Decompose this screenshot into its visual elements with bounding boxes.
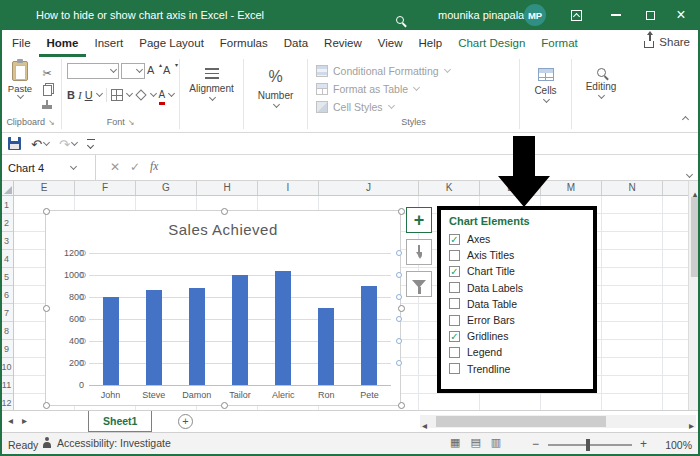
- tab-page-layout[interactable]: Page Layout: [131, 30, 212, 57]
- chart-element-axis-titles[interactable]: Axis Titles: [449, 247, 585, 263]
- vertical-scrollbar-thumb[interactable]: [691, 197, 699, 277]
- close-button[interactable]: [666, 0, 696, 30]
- select-all-button[interactable]: [0, 181, 14, 196]
- checkbox-axis-titles[interactable]: [449, 250, 460, 261]
- tab-data[interactable]: Data: [276, 30, 316, 57]
- insert-function-button[interactable]: fx: [150, 160, 158, 172]
- column-header-i[interactable]: I: [258, 181, 319, 195]
- horizontal-scrollbar-thumb[interactable]: [436, 416, 606, 427]
- redo-button[interactable]: [59, 135, 77, 153]
- row-header-7[interactable]: 7: [0, 304, 13, 322]
- cut-button[interactable]: [42, 63, 51, 81]
- bar-damon[interactable]: [189, 288, 205, 385]
- name-box[interactable]: Chart 4: [0, 155, 96, 180]
- bar-john[interactable]: [103, 297, 119, 385]
- zoom-in-button[interactable]: [640, 437, 647, 451]
- bar-aleric[interactable]: [275, 271, 291, 385]
- accessibility-status-button[interactable]: Accessibility: Investigate: [42, 437, 171, 449]
- chart-selection-handle[interactable]: [43, 305, 50, 312]
- chart-selection-handle[interactable]: [221, 402, 228, 409]
- checkbox-gridlines[interactable]: ✓: [449, 331, 460, 342]
- customize-quick-access-button[interactable]: [87, 139, 95, 148]
- column-header-f[interactable]: F: [75, 181, 136, 195]
- tab-file[interactable]: File: [4, 30, 39, 57]
- chart-element-gridlines[interactable]: ✓Gridlines: [449, 328, 585, 344]
- italic-button[interactable]: I: [78, 89, 82, 101]
- column-header-g[interactable]: G: [136, 181, 197, 195]
- chart-element-data-labels[interactable]: Data Labels: [449, 280, 585, 296]
- row-header-5[interactable]: 5: [0, 268, 13, 286]
- cells-group[interactable]: Cells: [520, 59, 572, 129]
- paste-button[interactable]: Paste: [3, 61, 37, 113]
- chart-element-legend[interactable]: Legend: [449, 344, 585, 360]
- row-header-11[interactable]: 11: [0, 376, 13, 394]
- font-color-button[interactable]: [159, 85, 166, 105]
- avatar[interactable]: MP: [524, 4, 546, 26]
- row-header-12[interactable]: 12: [0, 394, 13, 410]
- number-group[interactable]: Number: [244, 59, 308, 129]
- tab-home[interactable]: Home: [39, 30, 87, 57]
- cancel-formula-icon[interactable]: ✕: [110, 160, 120, 174]
- underline-button[interactable]: U: [85, 89, 93, 101]
- editing-group[interactable]: Editing: [572, 59, 630, 129]
- chart-elements-button[interactable]: [406, 207, 432, 233]
- checkbox-chart-title[interactable]: ✓: [449, 266, 460, 277]
- cell-styles-button[interactable]: Cell Styles: [316, 99, 394, 114]
- format-as-table-button[interactable]: Format as Table: [316, 81, 419, 96]
- vertical-scrollbar[interactable]: [688, 181, 700, 410]
- tab-chart-design[interactable]: Chart Design: [450, 30, 533, 57]
- tab-view[interactable]: View: [370, 30, 411, 57]
- collapse-ribbon-button[interactable]: [682, 108, 688, 126]
- chart-styles-button[interactable]: [406, 239, 432, 265]
- chart-element-chart-title[interactable]: ✓Chart Title: [449, 263, 585, 279]
- bold-button[interactable]: B: [67, 89, 75, 101]
- fill-color-options-icon[interactable]: [150, 90, 157, 97]
- checkbox-axes[interactable]: ✓: [449, 234, 460, 245]
- chart-filters-button[interactable]: [406, 271, 432, 297]
- chart-element-data-table[interactable]: Data Table: [449, 296, 585, 312]
- checkbox-trendline[interactable]: [449, 363, 460, 374]
- conditional-formatting-button[interactable]: Conditional Formatting: [316, 63, 450, 78]
- page-layout-view-button[interactable]: [470, 437, 480, 448]
- chart-selection-handle[interactable]: [221, 208, 228, 215]
- row-header-9[interactable]: 9: [0, 340, 13, 358]
- borders-options-icon[interactable]: [126, 90, 133, 97]
- undo-button[interactable]: [31, 135, 49, 153]
- normal-view-button[interactable]: [450, 437, 460, 448]
- font-dialog-launcher-icon[interactable]: [128, 117, 135, 127]
- maximize-button[interactable]: [634, 0, 666, 30]
- page-break-view-button[interactable]: [491, 437, 501, 448]
- sheet-tab-sheet1[interactable]: Sheet1: [88, 411, 152, 432]
- save-button[interactable]: [8, 137, 21, 150]
- column-header-j[interactable]: J: [319, 181, 419, 195]
- row-header-8[interactable]: 8: [0, 322, 13, 340]
- sheet-nav-right-icon[interactable]: [22, 415, 27, 426]
- column-header-m[interactable]: M: [541, 181, 602, 195]
- row-header-10[interactable]: 10: [0, 358, 13, 376]
- font-name-select[interactable]: [67, 63, 119, 79]
- chart-selection-handle[interactable]: [398, 402, 405, 409]
- zoom-level[interactable]: 100%: [656, 439, 692, 451]
- column-header-k[interactable]: K: [419, 181, 480, 195]
- bar-pete[interactable]: [361, 286, 377, 385]
- row-header-6[interactable]: 6: [0, 286, 13, 304]
- bar-steve[interactable]: [146, 290, 162, 385]
- formula-bar-expand-button[interactable]: [686, 163, 692, 181]
- underline-options-icon[interactable]: [96, 90, 103, 97]
- sheet-nav-left-icon[interactable]: [8, 415, 13, 426]
- clipboard-dialog-launcher-icon[interactable]: [48, 117, 55, 127]
- checkbox-data-labels[interactable]: [449, 282, 460, 293]
- scroll-left-icon[interactable]: [422, 415, 427, 433]
- checkbox-legend[interactable]: [449, 347, 460, 358]
- zoom-slider[interactable]: [548, 444, 632, 446]
- chart-element-trendline[interactable]: Trendline: [449, 361, 585, 377]
- tab-format[interactable]: Format: [533, 30, 585, 57]
- font-color-options-icon[interactable]: [168, 90, 175, 97]
- chart-selection-handle[interactable]: [398, 208, 405, 215]
- copy-button[interactable]: [43, 85, 52, 96]
- font-size-select[interactable]: [121, 63, 145, 79]
- increase-font-size-button[interactable]: [147, 64, 161, 78]
- chart-selection-handle[interactable]: [43, 208, 50, 215]
- chart-title[interactable]: Sales Achieved: [46, 221, 400, 238]
- tab-formulas[interactable]: Formulas: [212, 30, 276, 57]
